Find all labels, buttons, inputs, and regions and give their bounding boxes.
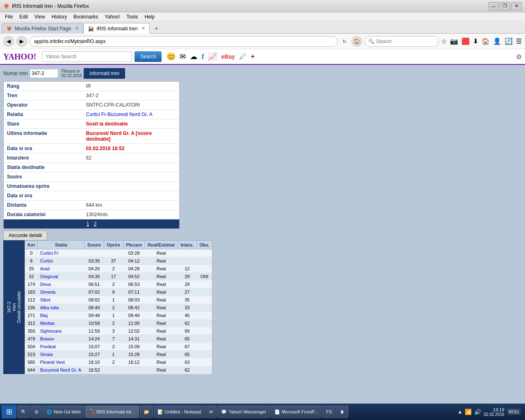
menu-file[interactable]: File [2, 13, 16, 21]
taskbar-calc[interactable]: 🖩 [336, 406, 348, 418]
menu-icon[interactable]: ☰ [516, 37, 522, 45]
cell-intarz: 33 [178, 304, 196, 312]
cell-station[interactable]: Ploiesti Vest [38, 358, 84, 366]
yahoo-icon-mail[interactable]: ✉ [180, 52, 186, 61]
cell-km: 25 [25, 265, 38, 273]
home-button[interactable]: 🏠 [352, 36, 362, 47]
cell-station[interactable]: Curtici [38, 257, 84, 265]
data-ora2-label: Data si ora [4, 191, 83, 201]
cell-station[interactable]: Glogovat [38, 273, 84, 281]
cell-station[interactable]: Sinaia [38, 351, 84, 358]
yahoo-icon-weather[interactable]: ☁ [190, 52, 197, 61]
profile-icon[interactable]: 👤 [493, 37, 501, 45]
cell-oprire [104, 366, 123, 374]
taskbar-yahoo-messenger[interactable]: 💬 Yahoo! Messenger [217, 406, 270, 418]
taskbar-fs[interactable]: FS [322, 406, 336, 418]
cell-plecare: 03:28 [123, 249, 145, 257]
yahoo-search-input[interactable] [42, 51, 132, 62]
cell-plecare: 08:42 [123, 304, 145, 312]
pocket-icon[interactable]: 🟥 [461, 37, 470, 45]
pagination-row: 1 2 [4, 219, 179, 228]
taskbar-up-arrow[interactable]: ▲ [458, 409, 463, 415]
download-icon[interactable]: ⬇ [473, 37, 478, 45]
menu-yahoo[interactable]: Yahoo! [101, 13, 123, 21]
page-2-link[interactable]: 2 [94, 221, 97, 227]
taskbar-frontpage[interactable]: 📄 Microsoft FrontP... [271, 406, 322, 418]
menu-view[interactable]: View [31, 13, 48, 21]
minimize-button[interactable]: — [488, 2, 499, 10]
train-number-input[interactable] [30, 69, 58, 78]
taskbar-volume-icon[interactable]: 🔊 [474, 409, 481, 415]
home-icon2[interactable]: 🏠 [482, 37, 490, 45]
detalii-label: Detalii circulatie [16, 291, 21, 323]
cell-station[interactable]: Predeal [38, 343, 84, 351]
lang-indicator: ROU [507, 409, 521, 415]
back-button[interactable]: ◀ [3, 36, 14, 47]
search-input[interactable] [376, 39, 425, 44]
cell-station[interactable]: Curtici Fr [38, 249, 84, 257]
start-button[interactable]: ⊞ [2, 405, 16, 418]
cell-obs [196, 343, 212, 351]
cell-oprire: 7 [104, 335, 123, 343]
yahoo-gear-icon[interactable]: ⚙ [516, 53, 522, 61]
tab1-close[interactable]: ✕ [75, 26, 79, 31]
cell-station[interactable]: Sighisoara [38, 327, 84, 335]
cell-station[interactable]: Alba Iulia [38, 304, 84, 312]
info-row-distanta: Distanta 644 km. [4, 201, 179, 210]
menu-help[interactable]: Help [141, 13, 158, 21]
menu-bookmarks[interactable]: Bookmarks [70, 13, 101, 21]
taskbar-task-icon: ⧉ [35, 409, 38, 415]
yahoo-icon-facebook[interactable]: f [201, 52, 204, 61]
close-button[interactable]: ✕ [511, 2, 522, 10]
new-tab-button[interactable]: + [151, 24, 161, 33]
menu-edit[interactable]: Edit [16, 13, 31, 21]
taskbar-iris[interactable]: 🚂 IRIS Informatii tre... [85, 406, 139, 418]
forward-button[interactable]: ▶ [16, 36, 27, 47]
menu-tools[interactable]: Tools [123, 13, 141, 21]
circ-row: 271 Blaj 09:48 1 09:49 Real 45 [25, 312, 212, 320]
cell-station[interactable]: Simeria [38, 288, 84, 296]
yahoo-icon-pen[interactable]: 🖊 [239, 52, 247, 61]
yahoo-icon-finance[interactable]: 📈 [208, 52, 217, 61]
tab-iris[interactable]: 🚂 IRIS Informatii tren ✕ [83, 23, 150, 34]
taskbar-task-view[interactable]: ⧉ [31, 406, 42, 418]
cell-station[interactable]: Arad [38, 265, 84, 273]
cell-intarz: 62 [178, 320, 196, 327]
refresh-button[interactable]: ↻ [340, 37, 349, 46]
relatia-value[interactable]: Curtici Fr-Bucuresti Nord Gr. A [83, 110, 179, 119]
yahoo-icon-ebay[interactable]: eBay [221, 53, 235, 60]
page-1-link[interactable]: 1 [87, 221, 89, 227]
taskbar-network-icon[interactable]: 📶 [465, 409, 472, 415]
informatii-tren-button[interactable]: Informatii tren [84, 68, 125, 79]
maximize-button[interactable]: ❐ [500, 2, 510, 10]
menu-history[interactable]: History [48, 13, 70, 21]
taskbar-file-mgr[interactable]: 📁 [140, 406, 153, 418]
yahoo-icon-add[interactable]: + [251, 52, 255, 61]
taskbar-mail[interactable]: ✉ [205, 406, 217, 418]
cell-station[interactable]: Deva [38, 281, 84, 288]
sync-icon[interactable]: 🔄 [504, 37, 513, 45]
cell-station[interactable]: Blaj [38, 312, 84, 320]
bookmark-icon[interactable]: ☆ [441, 37, 447, 45]
tab2-close[interactable]: ✕ [142, 26, 145, 31]
cell-station[interactable]: Brasov [38, 335, 84, 343]
tab-firefox-start[interactable]: 🦊 Mozilla Firefox Start Page ✕ [2, 23, 83, 34]
cell-sosire: 09:48 [84, 312, 104, 320]
cell-intarz: 65 [178, 335, 196, 343]
yahoo-search-button[interactable]: Search [135, 51, 162, 62]
yahoo-icon-emoji[interactable]: 😊 [167, 52, 176, 61]
cell-station[interactable]: Medias [38, 320, 84, 327]
screenshot-icon[interactable]: 📷 [450, 37, 458, 45]
col-km: Km [25, 241, 38, 249]
cell-station[interactable]: Bucuresti Nord Gr. A [38, 366, 84, 374]
taskbar-notepad[interactable]: 📝 Untitled - Notepad [154, 406, 205, 418]
taskbar-new-gd-web[interactable]: 🌐 New Gd-Web [43, 406, 84, 418]
cell-sosire: 11:59 [84, 327, 104, 335]
ascunde-detalii-button[interactable]: Ascunde detalii [3, 231, 47, 240]
cell-km: 183 [25, 288, 38, 296]
cell-station[interactable]: Sibot [38, 296, 84, 304]
address-text[interactable]: appiris.infofer.ro/MytrainRO.aspx [34, 39, 333, 44]
col-obs: Obs. [196, 241, 212, 249]
taskbar-file-icon: 📁 [144, 409, 149, 415]
taskbar-search-button[interactable]: 🔍 [17, 406, 30, 418]
